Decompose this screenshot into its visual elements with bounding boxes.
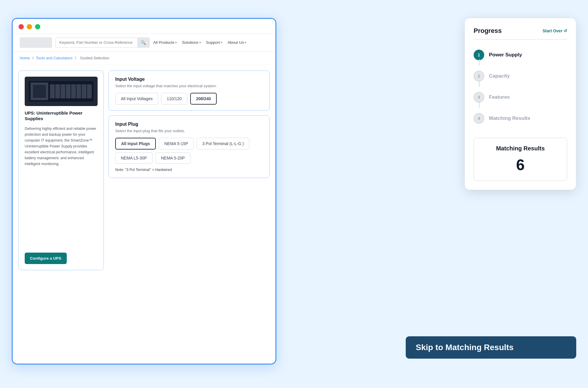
step-power-supply: 1 Power Supply [474, 44, 567, 65]
breadcrumb-home[interactable]: Home [20, 56, 30, 60]
breadcrumb-current: Guided Selection [80, 56, 109, 60]
nav-links: All Products Solutions Support About Us [153, 40, 246, 45]
voltage-all-btn[interactable]: All Input Voltages [115, 93, 158, 105]
step-3-circle: 3 [474, 92, 484, 103]
configure-ups-button[interactable]: Configure a UPS [25, 253, 67, 264]
nav-support[interactable]: Support [206, 40, 222, 45]
nav-all-products[interactable]: All Products [153, 40, 177, 45]
plug-nema515p-btn[interactable]: NEMA 5-15P [159, 138, 194, 150]
step-1-label: Power Supply [489, 52, 522, 58]
step-2-circle: 2 [474, 71, 484, 81]
breadcrumb-tools[interactable]: Tools and Calculators [36, 56, 72, 60]
step-capacity: 2 Capacity [474, 65, 567, 87]
step-1-circle: 1 [474, 50, 484, 60]
input-voltage-title: Input Voltage [115, 77, 263, 82]
progress-steps: 1 Power Supply 2 Capacity 3 Features 4 M… [474, 44, 567, 129]
window-close-dot[interactable] [19, 24, 24, 29]
browser-window: 🔍 All Products Solutions Support About U… [12, 18, 276, 365]
ups-device-image [29, 81, 93, 102]
input-voltage-section: Input Voltage Select the input voltage t… [108, 70, 270, 111]
product-description: Delivering highly efficient and reliable… [25, 126, 98, 167]
search-box[interactable]: 🔍 [56, 38, 150, 48]
plug-note: Note: "3 Pol Terminal" = Hardwired [115, 168, 263, 172]
input-plug-title: Input Plug [115, 122, 263, 127]
input-plug-section: Input Plug Select the input plug that fi… [108, 115, 270, 178]
right-content: Input Voltage Select the input voltage t… [108, 70, 270, 357]
matching-results-box: Matching Results 6 [474, 138, 567, 181]
search-button[interactable]: 🔍 [137, 38, 149, 47]
logo [20, 37, 52, 48]
window-minimize-dot[interactable] [27, 24, 32, 29]
window-maximize-dot[interactable] [35, 24, 40, 29]
nav-bar: 🔍 All Products Solutions Support About U… [13, 34, 275, 52]
search-input[interactable] [56, 38, 137, 47]
plug-nema-l530p-btn[interactable]: NEMA L5-30P [115, 152, 153, 164]
input-plug-subtitle: Select the input plug that fits your out… [115, 129, 263, 133]
nav-solutions[interactable]: Solutions [182, 40, 201, 45]
plug-3pol-btn[interactable]: 3 Pol Terminal (L-L-G ) [197, 138, 249, 150]
step-3-label: Features [489, 94, 510, 100]
input-voltage-subtitle: Select the input voltage that matches yo… [115, 84, 263, 88]
progress-header: Progress Start Over ↺ [474, 27, 567, 40]
main-content: UPS: Uninterruptible Power Supplies Deli… [13, 65, 275, 362]
voltage-110-btn[interactable]: 110/120 [161, 93, 187, 105]
progress-panel: Progress Start Over ↺ 1 Power Supply 2 C… [465, 18, 576, 190]
input-voltage-buttons: All Input Voltages 110/120 208/240 [115, 93, 263, 105]
skip-banner[interactable]: Skip to Matching Results [406, 336, 576, 359]
step-features: 3 Features [474, 87, 567, 108]
input-plug-buttons: All Input Plugs NEMA 5-15P 3 Pol Termina… [115, 138, 263, 150]
step-4-circle: 4 [474, 113, 484, 124]
step-4-label: Matching Results [489, 115, 530, 121]
skip-banner-text: Skip to Matching Results [416, 343, 514, 352]
browser-chrome [13, 19, 275, 34]
matching-results-count: 6 [481, 156, 560, 174]
step-2-label: Capacity [489, 73, 510, 79]
input-plug-buttons-row2: NEMA L5-30P NEMA 5-20P [115, 152, 263, 164]
product-image [25, 77, 98, 106]
step-matching-results: 4 Matching Results [474, 108, 567, 129]
start-over-button[interactable]: Start Over ↺ [542, 28, 567, 33]
plug-nema520p-btn[interactable]: NEMA 5-20P [156, 152, 191, 164]
breadcrumb: Home / Tools and Calculators / Guided Se… [13, 52, 275, 65]
progress-title: Progress [474, 27, 502, 35]
voltage-208-btn[interactable]: 208/240 [190, 93, 217, 105]
product-card: UPS: Uninterruptible Power Supplies Deli… [19, 70, 104, 270]
matching-results-title: Matching Results [481, 145, 560, 152]
product-title: UPS: Uninterruptible Power Supplies [25, 110, 98, 122]
plug-all-btn[interactable]: All Input Plugs [115, 138, 156, 150]
nav-about-us[interactable]: About Us [228, 40, 246, 45]
